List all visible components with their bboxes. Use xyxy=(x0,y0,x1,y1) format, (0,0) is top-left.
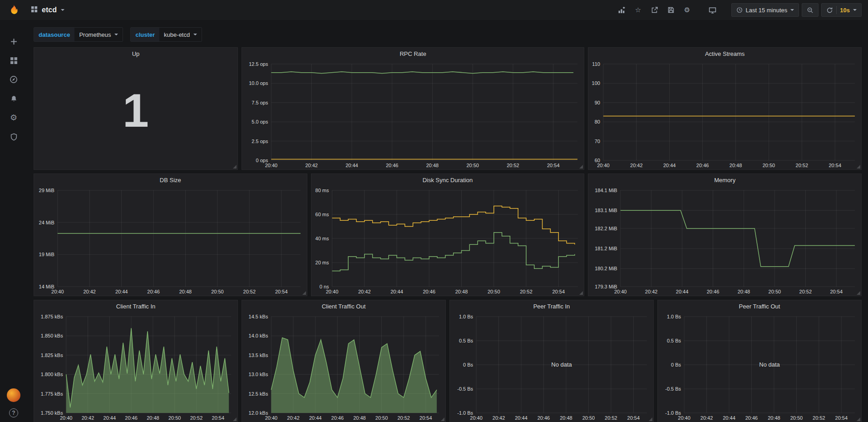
panel-title[interactable]: DB Size xyxy=(34,174,307,187)
svg-text:20:42: 20:42 xyxy=(645,289,658,294)
panel-title[interactable]: Up xyxy=(34,48,237,60)
svg-text:20:50: 20:50 xyxy=(582,415,595,421)
chart-canvas[interactable]: 20:4020:4220:4420:4620:4820:5020:5220:54… xyxy=(588,187,861,296)
chart-canvas[interactable]: 20:4020:4220:4420:4620:4820:5020:5220:54… xyxy=(588,60,861,169)
panel-resize-handle[interactable] xyxy=(233,417,237,421)
plus-icon xyxy=(10,38,18,45)
time-range-picker[interactable]: Last 15 minutes xyxy=(731,3,799,17)
svg-text:20:44: 20:44 xyxy=(345,163,358,168)
svg-text:183.1 MiB: 183.1 MiB xyxy=(595,208,617,213)
user-avatar[interactable] xyxy=(7,388,20,402)
grafana-logo[interactable] xyxy=(0,0,27,20)
svg-text:20:52: 20:52 xyxy=(507,163,519,168)
compass-icon xyxy=(10,75,18,84)
svg-text:19 MiB: 19 MiB xyxy=(39,252,54,257)
panel-title[interactable]: Disk Sync Duration xyxy=(311,174,584,187)
svg-text:20:54: 20:54 xyxy=(212,415,225,421)
help-button[interactable]: ? xyxy=(9,408,18,417)
svg-text:80 ms: 80 ms xyxy=(315,188,329,193)
refresh-interval-label: 10s xyxy=(840,7,850,14)
panel-resize-handle[interactable] xyxy=(649,417,652,421)
chart-canvas[interactable]: 20:4020:4220:4420:4620:4820:5020:5220:54… xyxy=(34,187,307,296)
svg-text:0 ops: 0 ops xyxy=(256,158,268,163)
sidebar-item-alerting[interactable] xyxy=(0,89,27,108)
refresh-picker[interactable]: 10s xyxy=(821,3,862,17)
svg-text:0 Bs: 0 Bs xyxy=(671,362,681,367)
panel-title[interactable]: Client Traffic Out xyxy=(242,300,445,313)
panel-up: Up 1 xyxy=(34,47,238,170)
cycle-view-button[interactable] xyxy=(706,3,720,17)
svg-text:1.0 Bs: 1.0 Bs xyxy=(459,314,473,319)
svg-text:0 Bs: 0 Bs xyxy=(463,362,473,367)
chart-canvas[interactable]: 20:4020:4220:4420:4620:4820:5020:5220:54… xyxy=(450,313,653,422)
panel-resize-handle[interactable] xyxy=(857,165,860,169)
svg-text:12.5 ops: 12.5 ops xyxy=(249,61,268,67)
chart-canvas[interactable]: 20:4020:4220:4420:4620:4820:5020:5220:54… xyxy=(311,187,584,296)
panel-rpc-rate: RPC Rate 20:4020:4220:4420:4620:4820:502… xyxy=(242,47,584,170)
time-range-label: Last 15 minutes xyxy=(746,7,788,14)
chart-canvas[interactable]: 20:4020:4220:4420:4620:4820:5020:5220:54… xyxy=(658,313,861,422)
sidebar-item-dashboards[interactable] xyxy=(0,51,27,70)
svg-text:13.0 kBs: 13.0 kBs xyxy=(249,372,268,377)
dashboard-content: datasource Prometheus cluster kube-etcd … xyxy=(27,20,868,422)
panel-resize-handle[interactable] xyxy=(233,165,237,169)
svg-text:No data: No data xyxy=(551,361,572,368)
svg-text:20:52: 20:52 xyxy=(799,289,812,294)
panel-resize-handle[interactable] xyxy=(579,291,583,295)
sidebar-item-create[interactable] xyxy=(0,32,27,51)
svg-text:20:54: 20:54 xyxy=(835,415,848,421)
monitor-icon xyxy=(709,6,716,14)
panel-title[interactable]: Peer Traffic In xyxy=(450,300,653,313)
panel-resize-handle[interactable] xyxy=(857,291,860,295)
svg-text:14.0 kBs: 14.0 kBs xyxy=(249,333,268,338)
share-button[interactable] xyxy=(648,3,661,17)
sidebar-item-server-admin[interactable] xyxy=(0,127,27,146)
svg-text:20:46: 20:46 xyxy=(423,289,435,294)
svg-text:20:50: 20:50 xyxy=(488,289,500,294)
variable-datasource[interactable]: datasource Prometheus xyxy=(34,27,123,42)
add-panel-button[interactable] xyxy=(615,3,629,17)
panel-title[interactable]: Client Traffic In xyxy=(34,300,237,313)
panel-title[interactable]: Memory xyxy=(588,174,861,187)
variable-cluster[interactable]: cluster kube-etcd xyxy=(130,27,202,42)
svg-text:20:48: 20:48 xyxy=(455,289,468,294)
panel-title[interactable]: Active Streams xyxy=(588,48,861,60)
panel-resize-handle[interactable] xyxy=(857,417,860,421)
clock-icon xyxy=(736,7,743,13)
svg-text:20:44: 20:44 xyxy=(676,289,689,294)
svg-text:1.0 Bs: 1.0 Bs xyxy=(667,314,681,319)
dashboard-title[interactable]: etcd xyxy=(42,6,57,14)
help-icon: ? xyxy=(12,410,15,416)
zoom-out-button[interactable] xyxy=(802,3,819,17)
panel-resize-handle[interactable] xyxy=(579,165,583,169)
svg-text:20:42: 20:42 xyxy=(305,163,318,168)
add-panel-icon xyxy=(618,6,626,14)
panel-resize-handle[interactable] xyxy=(441,417,444,421)
svg-text:20:50: 20:50 xyxy=(769,289,781,294)
shield-icon xyxy=(10,133,18,141)
sidebar-item-configuration[interactable]: ⚙ xyxy=(0,108,27,127)
svg-text:0.5 Bs: 0.5 Bs xyxy=(459,338,473,343)
svg-text:40 ms: 40 ms xyxy=(315,236,329,241)
save-button[interactable] xyxy=(664,3,678,17)
chart-canvas[interactable]: 20:4020:4220:4420:4620:4820:5020:5220:54… xyxy=(242,60,584,169)
chart-canvas[interactable]: 20:4020:4220:4420:4620:4820:5020:5220:54… xyxy=(34,313,237,422)
save-icon xyxy=(667,6,675,14)
chart-canvas[interactable]: 20:4020:4220:4420:4620:4820:5020:5220:54… xyxy=(242,313,445,422)
svg-text:12.5 kBs: 12.5 kBs xyxy=(249,391,268,397)
dashboard-settings-button[interactable]: ⚙ xyxy=(681,3,694,17)
svg-text:1.850 kBs: 1.850 kBs xyxy=(41,333,63,338)
svg-text:2.5 ops: 2.5 ops xyxy=(252,139,268,144)
svg-text:182.2 MiB: 182.2 MiB xyxy=(595,226,617,231)
svg-text:20:48: 20:48 xyxy=(179,289,192,294)
panel-title[interactable]: RPC Rate xyxy=(242,48,584,60)
svg-text:179.3 MiB: 179.3 MiB xyxy=(595,284,617,289)
sidebar-item-explore[interactable] xyxy=(0,70,27,89)
panel-resize-handle[interactable] xyxy=(302,291,306,295)
svg-text:20:50: 20:50 xyxy=(375,415,388,421)
bell-icon xyxy=(10,95,18,103)
panel-client-traffic-in: Client Traffic In 20:4020:4220:4420:4620… xyxy=(34,300,238,422)
svg-text:20:48: 20:48 xyxy=(147,415,159,421)
star-button[interactable]: ☆ xyxy=(631,3,645,17)
panel-title[interactable]: Peer Traffic Out xyxy=(658,300,861,313)
